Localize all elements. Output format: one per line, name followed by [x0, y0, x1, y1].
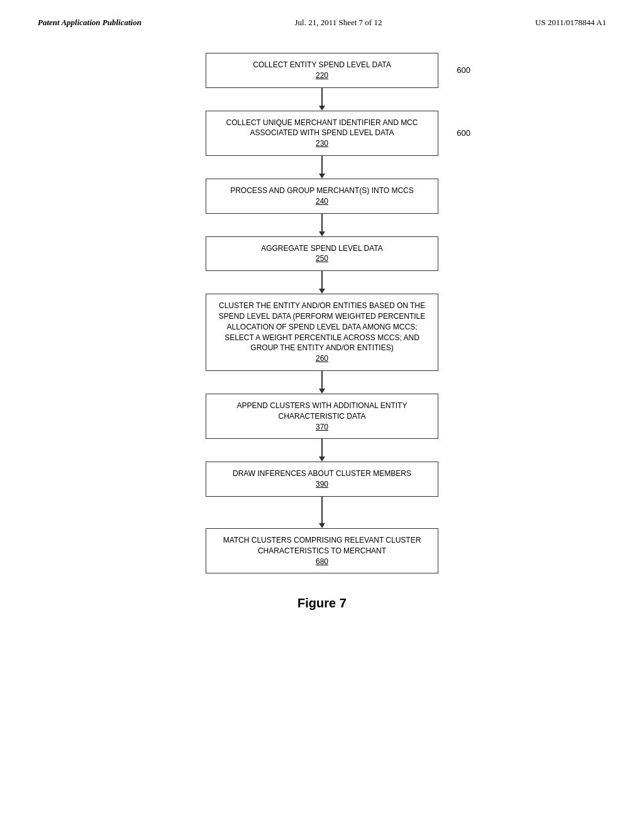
box-260: CLUSTER THE ENTITY AND/OR ENTITIES BASED…	[206, 294, 438, 371]
arrow-line	[321, 371, 323, 389]
box-680-ref: 680	[215, 556, 429, 567]
arrow-line	[321, 214, 323, 231]
arrow-head	[319, 389, 325, 394]
header-patent-number: US 2011/0178844 A1	[535, 18, 606, 28]
box-250-ref: 250	[215, 253, 429, 264]
arrow-head	[319, 231, 325, 236]
figure-caption: Figure 7	[297, 596, 347, 611]
arrow-370-390	[319, 439, 325, 462]
box-390: DRAW INFERENCES ABOUT CLUSTER MEMBERS 39…	[206, 462, 438, 497]
arrow-head	[319, 106, 325, 111]
box-260-ref: 260	[215, 353, 429, 364]
box-370: APPEND CLUSTERS WITH ADDITIONAL ENTITY C…	[206, 394, 438, 439]
label-600-right: 600	[457, 128, 470, 139]
arrow-220-230	[319, 88, 325, 111]
box-230: COLLECT UNIQUE MERCHANT IDENTIFIER AND M…	[206, 111, 438, 156]
arrow-line	[321, 497, 323, 523]
box-680: MATCH CLUSTERS COMPRISING RELEVANT CLUST…	[206, 528, 438, 573]
box-390-ref: 390	[215, 479, 429, 490]
header-publication-label: Patent Application Publication	[38, 18, 142, 28]
box-260-text: CLUSTER THE ENTITY AND/OR ENTITIES BASED…	[219, 301, 426, 352]
arrow-line	[321, 88, 323, 106]
box-680-text: MATCH CLUSTERS COMPRISING RELEVANT CLUST…	[223, 536, 421, 555]
arrow-head	[319, 174, 325, 179]
header-date-sheet: Jul. 21, 2011 Sheet 7 of 12	[295, 18, 382, 28]
box-230-ref: 230	[215, 138, 429, 149]
arrow-line	[321, 439, 323, 456]
label-600: 600	[457, 65, 470, 76]
page-header: Patent Application Publication Jul. 21, …	[0, 0, 644, 28]
box-240: PROCESS AND GROUP MERCHANT(S) INTO MCCS …	[206, 179, 438, 214]
arrow-head	[319, 523, 325, 528]
box-230-text: COLLECT UNIQUE MERCHANT IDENTIFIER AND M…	[226, 118, 418, 138]
arrow-230-240	[319, 156, 325, 179]
arrow-line	[321, 156, 323, 174]
main-content: COLLECT ENTITY SPEND LEVEL DATA 220 600 …	[0, 28, 644, 611]
box-220: COLLECT ENTITY SPEND LEVEL DATA 220 600	[206, 53, 438, 88]
box-220-ref: 220	[215, 70, 429, 81]
box-390-text: DRAW INFERENCES ABOUT CLUSTER MEMBERS	[233, 469, 411, 478]
box-370-ref: 370	[215, 422, 429, 433]
box-250: AGGREGATE SPEND LEVEL DATA 250	[206, 236, 438, 272]
arrow-head	[319, 456, 325, 462]
arrow-240-250	[319, 214, 325, 236]
box-250-text: AGGREGATE SPEND LEVEL DATA	[261, 244, 383, 253]
box-240-text: PROCESS AND GROUP MERCHANT(S) INTO MCCS	[230, 186, 414, 195]
box-370-text: APPEND CLUSTERS WITH ADDITIONAL ENTITY C…	[237, 401, 408, 421]
arrow-250-260	[319, 271, 325, 294]
arrow-390-680	[319, 497, 325, 528]
arrow-line	[321, 271, 323, 289]
box-240-ref: 240	[215, 196, 429, 207]
flowchart: COLLECT ENTITY SPEND LEVEL DATA 220 600 …	[190, 53, 454, 573]
arrow-head	[319, 289, 325, 294]
box-220-text: COLLECT ENTITY SPEND LEVEL DATA	[253, 60, 391, 69]
arrow-260-370	[319, 371, 325, 394]
